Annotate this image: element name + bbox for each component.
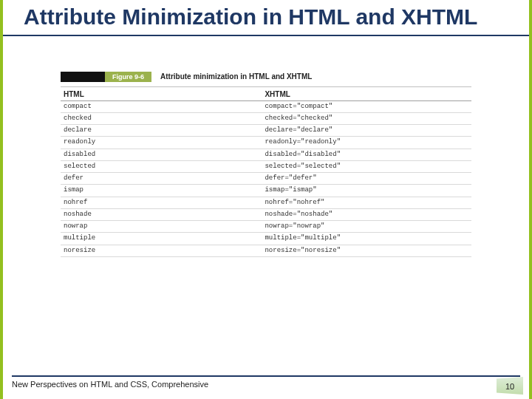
cell-html: readonly <box>61 138 262 146</box>
cell-html: ismap <box>61 186 262 194</box>
title-area: Attribute Minimization in HTML and XHTML <box>3 0 529 36</box>
table-header: HTML XHTML <box>61 87 471 101</box>
table-body: compactcompact="compact"checkedchecked="… <box>61 101 471 257</box>
cell-html: nohref <box>61 199 262 207</box>
cell-xhtml: disabled="disabled" <box>262 151 471 159</box>
cell-html: noresize <box>61 247 262 255</box>
table-row: noshadenoshade="noshade" <box>61 209 471 221</box>
cell-xhtml: ismap="ismap" <box>262 186 471 194</box>
table-row: readonlyreadonly="readonly" <box>61 137 471 149</box>
cell-html: defer <box>61 174 262 183</box>
figure-block: Figure 9-6 Attribute minimization in HTM… <box>61 72 471 257</box>
cell-xhtml: defer="defer" <box>262 174 471 183</box>
table-row: deferdefer="defer" <box>61 173 471 185</box>
table-row: selectedselected="selected" <box>61 161 471 173</box>
table-row: compactcompact="compact" <box>61 101 471 113</box>
col-header-html: HTML <box>61 90 262 98</box>
table-row: checkedchecked="checked" <box>61 113 471 125</box>
cell-xhtml: compact="compact" <box>262 103 471 111</box>
table-row: ismapismap="ismap" <box>61 185 471 197</box>
cell-xhtml: selected="selected" <box>262 163 471 171</box>
col-header-xhtml: XHTML <box>262 90 471 98</box>
cell-xhtml: nohref="nohref" <box>262 199 471 207</box>
table-row: disableddisabled="disabled" <box>61 149 471 161</box>
figure-tag: Figure 9-6 <box>105 72 151 82</box>
cell-html: selected <box>61 163 262 171</box>
cell-xhtml: multiple="multiple" <box>262 234 471 242</box>
table-row: nohrefnohref="nohref" <box>61 197 471 209</box>
cell-xhtml: noresize="noresize" <box>262 247 471 255</box>
cell-xhtml: noshade="noshade" <box>262 211 471 219</box>
cell-xhtml: readonly="readonly" <box>262 138 471 146</box>
figure-caption: Attribute minimization in HTML and XHTML <box>160 72 312 82</box>
cell-html: noshade <box>61 211 262 219</box>
page-number-badge: 10 <box>499 380 520 393</box>
attribute-table: HTML XHTML compactcompact="compact"check… <box>61 86 471 257</box>
cell-html: declare <box>61 126 262 134</box>
cell-xhtml: checked="checked" <box>262 115 471 123</box>
footer: New Perspectives on HTML and CSS, Compre… <box>12 375 520 393</box>
cell-xhtml: declare="declare" <box>262 126 471 134</box>
page-number: 10 <box>505 382 514 391</box>
table-row: nowrapnowrap="nowrap" <box>61 221 471 233</box>
figure-label-bar <box>61 72 105 82</box>
cell-html: multiple <box>61 234 262 242</box>
slide-title: Attribute Minimization in HTML and XHTML <box>24 4 514 30</box>
slide: Attribute Minimization in HTML and XHTML… <box>0 0 532 399</box>
cell-html: checked <box>61 115 262 123</box>
table-row: noresizenoresize="noresize" <box>61 245 471 257</box>
cell-html: disabled <box>61 151 262 159</box>
table-row: declaredeclare="declare" <box>61 125 471 137</box>
cell-html: compact <box>61 103 262 111</box>
footer-text: New Perspectives on HTML and CSS, Compre… <box>12 380 208 393</box>
figure-label-row: Figure 9-6 Attribute minimization in HTM… <box>61 72 471 82</box>
cell-xhtml: nowrap="nowrap" <box>262 222 471 231</box>
cell-html: nowrap <box>61 222 262 231</box>
table-row: multiplemultiple="multiple" <box>61 233 471 245</box>
